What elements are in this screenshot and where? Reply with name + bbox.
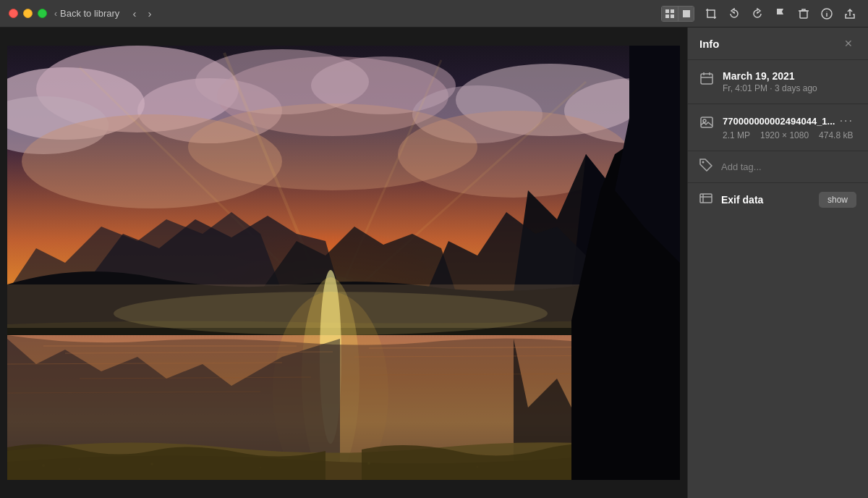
svg-point-55 [702,161,705,164]
nav-prev-button[interactable]: ‹ [129,6,139,21]
flag-button[interactable] [771,6,790,22]
svg-rect-2 [665,14,669,18]
toolbar [661,6,859,22]
date-main: March 19, 2021 [723,70,856,82]
back-label: Back to library [60,8,119,19]
svg-rect-1 [671,9,674,13]
file-content: 770000000002494044_1... ··· 2.1 MP 1920 … [723,114,856,140]
exif-icon [699,192,712,208]
photo-scene [7,46,680,480]
svg-rect-0 [665,9,669,13]
fullscreen-window-button[interactable] [38,9,47,18]
svg-point-24 [188,104,477,190]
single-view-button[interactable] [678,7,694,21]
exif-section: Exif data show [688,183,868,216]
svg-rect-52 [701,74,712,84]
crop-button[interactable] [702,6,720,22]
grid-toggle[interactable] [661,6,694,22]
megapixels: 2.1 MP [723,130,750,140]
nav-arrows: ‹ › [129,6,154,21]
info-panel: Info ✕ March 19, 2021 Fr, 4:01 PM · 3 da… [687,28,868,498]
show-exif-button[interactable]: show [819,192,856,208]
exif-label: Exif data [721,194,810,206]
svg-rect-3 [671,14,674,18]
rotate-left-button[interactable] [725,6,744,22]
tag-icon [699,159,712,175]
info-panel-header: Info ✕ [688,28,868,60]
rotate-right-button[interactable] [748,6,767,22]
file-section: 770000000002494044_1... ··· 2.1 MP 1920 … [688,104,868,151]
close-window-button[interactable] [9,9,18,18]
image-icon [699,116,714,129]
grid-view-button[interactable] [662,7,678,21]
trash-button[interactable] [794,6,813,22]
date-content: March 19, 2021 Fr, 4:01 PM · 3 days ago [723,70,856,93]
svg-rect-53 [701,117,712,127]
dimensions: 1920 × 1080 [760,130,809,140]
filesize: 474.8 kB [819,130,853,140]
minimize-window-button[interactable] [23,9,33,18]
info-button[interactable] [817,6,836,22]
file-meta: 2.1 MP 1920 × 1080 474.8 kB [723,130,856,140]
chevron-left-icon: ‹ [54,9,57,19]
more-options-button[interactable]: ··· [837,114,856,127]
close-info-panel-button[interactable]: ✕ [841,36,856,51]
traffic-lights [9,9,47,18]
titlebar: ‹ Back to library ‹ › [0,0,868,28]
nav-next-button[interactable]: › [145,6,154,21]
svg-rect-56 [700,194,712,203]
filename-row: 770000000002494044_1... ··· [723,114,856,127]
svg-rect-5 [800,11,807,18]
calendar-icon [699,72,714,85]
photo-viewer [0,28,687,498]
back-to-library-button[interactable]: ‹ Back to library [54,8,119,19]
info-panel-title: Info [699,38,720,50]
main-content: Info ✕ March 19, 2021 Fr, 4:01 PM · 3 da… [0,28,868,498]
date-sub: Fr, 4:01 PM · 3 days ago [723,83,856,93]
tag-input[interactable] [721,161,856,172]
date-section: March 19, 2021 Fr, 4:01 PM · 3 days ago [688,60,868,104]
filename: 770000000002494044_1... [723,116,835,127]
tag-section [688,151,868,183]
share-button[interactable] [841,6,859,22]
svg-rect-4 [683,10,690,17]
